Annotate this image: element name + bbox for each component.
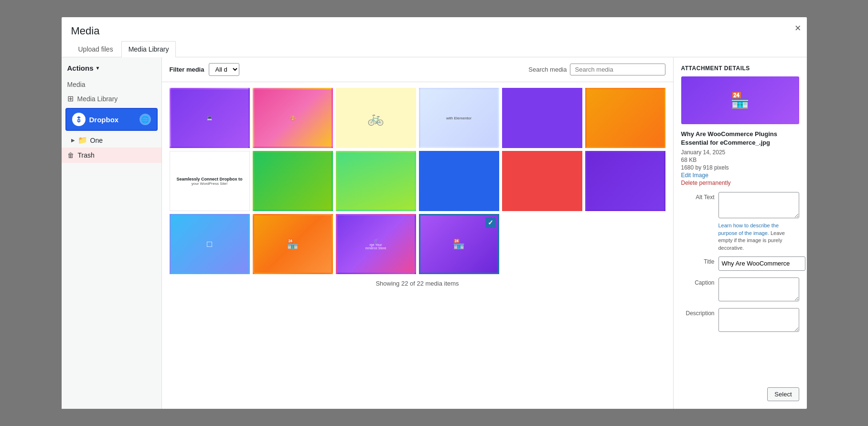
sidebar-dropbox-label: Dropbox — [89, 116, 119, 124]
filter-label: Filter media — [170, 66, 204, 73]
caption-label: Caption — [681, 277, 715, 286]
media-item[interactable] — [253, 151, 333, 211]
sidebar-media-library[interactable]: ⊞ Media Library — [62, 91, 161, 106]
media-item[interactable]: 💻 — [170, 88, 250, 148]
media-item[interactable]: 🚲 — [336, 88, 416, 148]
filter-bar: Filter media All d Search media — [162, 57, 673, 82]
caption-input[interactable] — [718, 277, 799, 301]
sidebar-trash-label: Trash — [78, 151, 95, 159]
filter-select[interactable]: All d — [209, 63, 239, 76]
alt-learn-link[interactable]: Learn how to describe the purpose of the… — [718, 223, 779, 235]
media-item[interactable]: 🎨 — [253, 88, 333, 148]
tab-media-library[interactable]: Media Library — [121, 41, 176, 57]
media-item[interactable] — [585, 88, 665, 148]
dropbox-icon — [72, 113, 86, 126]
attachment-thumbnail: 🏪 — [681, 76, 799, 124]
attachment-filename: Why Are WooCommerce Plugins Essential fo… — [681, 130, 799, 147]
sidebar-one[interactable]: ▶ 📁 One — [62, 133, 161, 148]
modal-tabs: Upload files Media Library — [62, 41, 807, 57]
media-grid: 💻 🎨 🚲 with Elementor — [170, 88, 665, 274]
attachment-panel: ATTACHMENT DETAILS 🏪 Why Are WooCommerce… — [673, 57, 807, 409]
tab-upload[interactable]: Upload files — [71, 41, 120, 57]
sidebar-dropbox[interactable]: Dropbox 🌐 — [65, 108, 158, 131]
attachment-details-title: ATTACHMENT DETAILS — [681, 65, 799, 72]
modal-title: Media — [62, 17, 807, 37]
chevron-down-icon: ▼ — [96, 65, 100, 71]
attachment-dimensions: 1680 by 918 pixels — [681, 164, 799, 171]
delete-permanently-link[interactable]: Delete permanently — [681, 180, 799, 186]
media-item[interactable]: with Elementor — [419, 88, 499, 148]
sidebar-one-label: One — [90, 137, 103, 144]
folder-icon: 📁 — [78, 136, 87, 145]
alt-text-row: Alt Text — [681, 192, 799, 218]
sidebar-actions[interactable]: Actions ▼ — [62, 62, 161, 78]
caption-row: Caption — [681, 277, 799, 301]
title-label: Title — [681, 256, 715, 265]
search-label: Search media — [528, 66, 567, 73]
alt-text-note: Learn how to describe the purpose of the… — [718, 222, 799, 252]
title-input[interactable] — [718, 256, 805, 271]
media-item-selected[interactable]: 🏪 ✓ — [419, 214, 499, 274]
select-button-row: Select — [681, 380, 799, 401]
edit-image-link[interactable]: Edit Image — [681, 172, 799, 179]
media-modal: × Media Upload files Media Library Actio… — [62, 17, 807, 409]
sidebar-media-library-label: Media Library — [77, 95, 118, 103]
media-item[interactable] — [585, 151, 665, 211]
media-grid-container: 💻 🎨 🚲 with Elementor — [162, 82, 673, 409]
title-row: Title — [681, 256, 799, 271]
media-item[interactable]: 🛒 rge Your mmerce Store — [336, 214, 416, 274]
alt-text-label: Alt Text — [681, 192, 715, 201]
media-item[interactable]: 🏪 — [253, 214, 333, 274]
media-item[interactable]: □ — [170, 214, 250, 274]
modal-body: Actions ▼ Media ⊞ Media Library Dropbox … — [62, 57, 807, 409]
modal-overlay: × Media Upload files Media Library Actio… — [0, 0, 868, 426]
search-input[interactable] — [570, 64, 665, 75]
media-item[interactable] — [336, 151, 416, 211]
media-item[interactable] — [502, 151, 582, 211]
sidebar-trash[interactable]: 🗑 Trash — [62, 148, 161, 163]
description-input[interactable] — [718, 308, 799, 332]
main-content: Filter media All d Search media — [162, 57, 673, 409]
globe-icon: 🌐 — [139, 114, 151, 125]
attachment-date: January 14, 2025 — [681, 149, 799, 156]
sidebar: Actions ▼ Media ⊞ Media Library Dropbox … — [62, 57, 162, 409]
search-area: Search media — [528, 64, 665, 75]
media-item[interactable]: Seamlessly Connect Dropbox to your WordP… — [170, 151, 250, 211]
media-item[interactable] — [419, 151, 499, 211]
media-showing: Showing 22 of 22 media items — [170, 274, 665, 293]
alt-text-input[interactable] — [718, 192, 799, 218]
expand-arrow-icon: ▶ — [71, 138, 75, 143]
media-item[interactable] — [502, 88, 582, 148]
media-library-icon: ⊞ — [67, 94, 74, 103]
description-label: Description — [681, 308, 715, 317]
attachment-filesize: 68 KB — [681, 157, 799, 163]
close-button[interactable]: × — [795, 23, 801, 33]
filter-left: Filter media All d — [170, 63, 240, 76]
trash-icon: 🗑 — [67, 151, 74, 159]
selected-check: ✓ — [485, 217, 496, 228]
sidebar-actions-label: Actions — [67, 64, 94, 72]
description-row: Description — [681, 308, 799, 332]
select-button[interactable]: Select — [767, 387, 799, 401]
sidebar-media-label: Media — [62, 78, 161, 91]
